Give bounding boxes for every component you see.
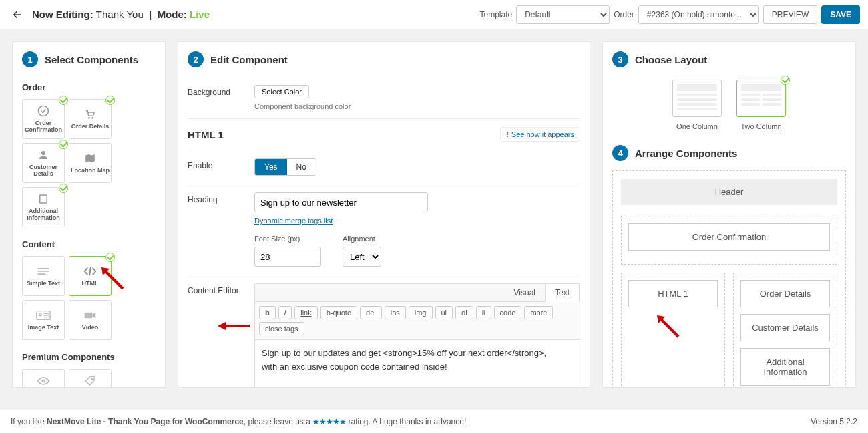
one-column-thumb-icon bbox=[672, 80, 722, 117]
arrange-html1[interactable]: HTML 1 bbox=[628, 280, 718, 307]
tb-ins[interactable]: ins bbox=[385, 306, 406, 319]
text-icon bbox=[36, 265, 51, 277]
tb-li[interactable]: li bbox=[476, 306, 491, 319]
comp-simple-text[interactable]: Simple Text bbox=[22, 256, 65, 296]
font-size-label: Font Size (px) bbox=[254, 235, 321, 243]
background-label: Background bbox=[188, 85, 254, 97]
arrange-header-block[interactable]: Header bbox=[621, 179, 837, 205]
product-name: NextMove Lite - Thank You Page for WooCo… bbox=[47, 417, 244, 426]
enable-no[interactable]: No bbox=[287, 159, 316, 175]
comp-order-confirmation[interactable]: Order Confirmation bbox=[22, 99, 65, 139]
svg-rect-4 bbox=[40, 195, 47, 203]
svg-rect-7 bbox=[85, 313, 93, 318]
tb-ul[interactable]: ul bbox=[435, 306, 453, 319]
comp-recently-viewed[interactable]: Recently Viewed bbox=[22, 369, 65, 388]
comp-order-details[interactable]: Order Details bbox=[69, 99, 112, 139]
circle-check-icon bbox=[36, 105, 51, 117]
alignment-select[interactable]: Left bbox=[343, 247, 381, 267]
tb-img[interactable]: img bbox=[409, 306, 433, 319]
tb-bquote[interactable]: b-quote bbox=[320, 306, 357, 319]
order-label: Order bbox=[614, 10, 634, 19]
id-card-icon bbox=[36, 309, 51, 321]
arrange-right-column: Order Details Customer Details Additiona… bbox=[733, 273, 837, 388]
save-button[interactable]: SAVE bbox=[821, 5, 860, 24]
comp-video[interactable]: Video bbox=[69, 300, 112, 340]
comp-location-map[interactable]: Location Map bbox=[69, 143, 112, 183]
arrange-order-confirmation[interactable]: Order Confirmation bbox=[628, 223, 830, 251]
section-order-label: Order bbox=[22, 82, 156, 92]
layout-panel: 3 Choose Layout One Column bbox=[602, 41, 856, 388]
alert-icon: ! bbox=[506, 130, 509, 138]
heading-input[interactable] bbox=[254, 192, 428, 212]
heading-label: Heading bbox=[188, 192, 254, 204]
svg-point-8 bbox=[42, 380, 44, 382]
cart-icon bbox=[83, 108, 97, 120]
editor-tab-visual[interactable]: Visual bbox=[505, 284, 545, 301]
editor-toolbar: b i link b-quote del ins img ul ol li co… bbox=[255, 302, 580, 340]
comp-image-text[interactable]: Image Text bbox=[22, 300, 65, 340]
version-text: Version 5.2.2 bbox=[811, 417, 857, 426]
svg-point-0 bbox=[39, 106, 49, 116]
check-icon bbox=[59, 140, 68, 149]
comp-customer-details[interactable]: Customer Details bbox=[22, 143, 65, 183]
template-label: Template bbox=[479, 10, 512, 19]
arrange-additional-info[interactable]: Additional Information bbox=[740, 348, 830, 386]
tb-close[interactable]: close tags bbox=[259, 322, 304, 335]
tb-bold[interactable]: b bbox=[259, 306, 276, 319]
tb-ol[interactable]: ol bbox=[455, 306, 473, 319]
footer: If you like NextMove Lite - Thank You Pa… bbox=[0, 410, 868, 433]
check-icon bbox=[59, 96, 68, 105]
edit-component-panel: 2 Edit Component Background Select Color… bbox=[178, 41, 590, 388]
eye-icon bbox=[36, 375, 51, 387]
tb-del[interactable]: del bbox=[360, 306, 382, 319]
step-title-1: Select Components bbox=[45, 54, 138, 65]
topbar: Now Editing: Thank You | Mode: Live Temp… bbox=[0, 0, 868, 29]
see-how-link[interactable]: ! See how it appears bbox=[500, 127, 580, 142]
merge-tags-link[interactable]: Dynamic merge tags list bbox=[254, 216, 333, 225]
svg-point-6 bbox=[39, 313, 42, 316]
comp-additional-info[interactable]: Additional Information bbox=[22, 187, 65, 227]
check-icon bbox=[105, 253, 115, 262]
layout-one-column[interactable]: One Column bbox=[672, 80, 722, 130]
enable-toggle: Yes No bbox=[254, 158, 316, 176]
step-title-4: Arrange Components bbox=[635, 148, 737, 159]
back-button[interactable] bbox=[8, 5, 27, 24]
tb-more[interactable]: more bbox=[524, 306, 553, 319]
map-icon bbox=[83, 152, 97, 164]
tb-code[interactable]: code bbox=[494, 306, 522, 319]
arrow-left-icon bbox=[11, 9, 23, 21]
enable-label: Enable bbox=[188, 158, 254, 170]
preview-button[interactable]: PREVIEW bbox=[763, 5, 817, 24]
enable-yes[interactable]: Yes bbox=[255, 159, 287, 175]
arrange-area: Header Order Confirmation HTML 1 Order D… bbox=[612, 170, 846, 388]
comp-html[interactable]: HTML bbox=[69, 256, 112, 296]
tb-italic[interactable]: i bbox=[278, 306, 292, 319]
step-badge-4: 4 bbox=[612, 145, 628, 161]
font-size-input[interactable] bbox=[254, 247, 321, 267]
svg-point-2 bbox=[92, 117, 93, 118]
editor-tab-text[interactable]: Text bbox=[545, 284, 580, 302]
comp-dynamic-coupons[interactable]: Dynamic Coupons bbox=[69, 369, 112, 388]
layout-two-column[interactable]: Two Column bbox=[736, 80, 786, 130]
arrange-customer-details[interactable]: Customer Details bbox=[740, 314, 830, 341]
step-badge-1: 1 bbox=[22, 51, 38, 67]
check-icon bbox=[781, 76, 790, 85]
order-select[interactable]: #2363 (On hold) simonto... bbox=[638, 5, 759, 24]
section-content-label: Content bbox=[22, 239, 156, 249]
tag-icon bbox=[83, 375, 97, 387]
svg-point-9 bbox=[91, 378, 93, 380]
template-select[interactable]: Default bbox=[516, 5, 610, 24]
user-icon bbox=[36, 149, 51, 161]
select-components-panel: 1 Select Components Order Order Confirma… bbox=[12, 41, 166, 388]
html-icon bbox=[83, 265, 97, 277]
select-color-button[interactable]: Select Color bbox=[254, 85, 309, 98]
svg-point-3 bbox=[41, 151, 45, 155]
check-icon bbox=[59, 184, 68, 193]
background-hint: Component background color bbox=[254, 102, 580, 110]
two-column-thumb-icon bbox=[736, 80, 786, 117]
rating-link[interactable]: ★★★★★ bbox=[312, 417, 346, 426]
editor-textarea[interactable]: Sign up to our updates and get <strong>1… bbox=[255, 340, 580, 388]
arrange-order-details[interactable]: Order Details bbox=[740, 280, 830, 307]
arrange-left-column: HTML 1 bbox=[621, 273, 725, 388]
tb-link[interactable]: link bbox=[294, 306, 318, 319]
